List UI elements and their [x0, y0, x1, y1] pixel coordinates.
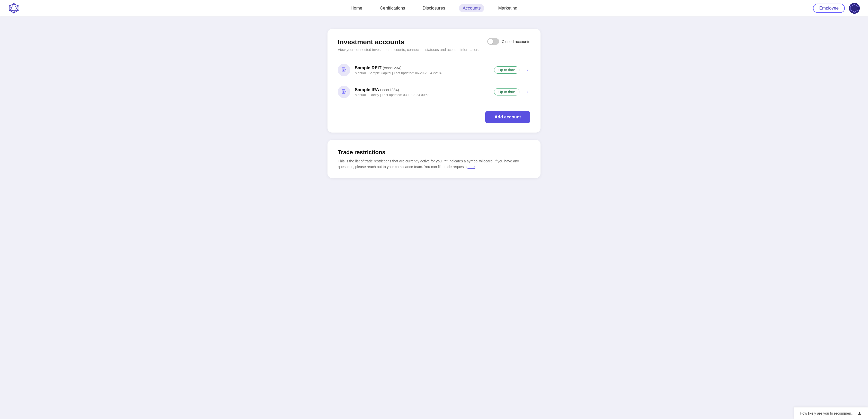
- avatar[interactable]: [849, 3, 860, 13]
- trade-restrictions-description: This is the list of trade restrictions t…: [338, 158, 530, 170]
- account-number-reit: (xxxx1234): [383, 66, 402, 70]
- account-row-ira: Sample IRA (xxxx1234) Manual | Fidelity …: [338, 81, 530, 103]
- arrow-button-ira[interactable]: →: [523, 89, 530, 95]
- nav-home[interactable]: Home: [347, 4, 366, 12]
- account-info-reit: Sample REIT (xxxx1234) Manual | Sample C…: [355, 65, 494, 75]
- card-title: Investment accounts: [338, 38, 479, 46]
- account-actions-reit: Up to date →: [494, 66, 530, 73]
- svg-point-20: [850, 6, 851, 7]
- logo[interactable]: [8, 3, 20, 14]
- survey-text: How likely are you to recommen…: [800, 411, 855, 415]
- nav-certifications[interactable]: Certifications: [376, 4, 408, 12]
- closed-accounts-toggle-track[interactable]: [487, 38, 499, 45]
- account-meta-ira: Manual | Fidelity | Last updated: 03-19-…: [355, 93, 494, 97]
- card-header: Investment accounts View your connected …: [338, 38, 530, 52]
- svg-point-19: [850, 9, 851, 10]
- investment-accounts-card: Investment accounts View your connected …: [328, 29, 540, 132]
- account-name-ira: Sample IRA (xxxx1234): [355, 87, 494, 92]
- account-name-reit: Sample REIT (xxxx1234): [355, 65, 494, 70]
- svg-point-15: [854, 4, 855, 5]
- status-badge-ira: Up to date: [494, 88, 519, 95]
- toggle-thumb: [488, 39, 493, 44]
- account-icon-ira: [338, 86, 350, 98]
- status-badge-reit: Up to date: [494, 66, 519, 73]
- svg-point-16: [858, 6, 859, 7]
- account-info-ira: Sample IRA (xxxx1234) Manual | Fidelity …: [355, 87, 494, 97]
- arrow-button-reit[interactable]: →: [523, 67, 530, 73]
- account-number-ira: (xxxx1234): [380, 88, 399, 92]
- main-content: Investment accounts View your connected …: [323, 17, 545, 190]
- nav-right: Employee: [813, 3, 860, 13]
- account-row: Sample REIT (xxxx1234) Manual | Sample C…: [338, 59, 530, 81]
- nav-accounts[interactable]: Accounts: [459, 4, 484, 12]
- svg-point-17: [858, 9, 859, 10]
- account-meta-reit: Manual | Sample Capital | Last updated: …: [355, 71, 494, 75]
- svg-point-18: [854, 11, 855, 12]
- account-actions-ira: Up to date →: [494, 88, 530, 95]
- add-account-button[interactable]: Add account: [485, 111, 530, 123]
- trade-restrictions-title: Trade restrictions: [338, 149, 530, 156]
- survey-bar: How likely are you to recommen… ▲: [794, 407, 868, 419]
- chevron-up-icon[interactable]: ▲: [857, 411, 862, 416]
- nav-marketing[interactable]: Marketing: [494, 4, 521, 12]
- trade-restrictions-link[interactable]: here: [467, 165, 475, 169]
- closed-accounts-label: Closed accounts: [502, 39, 530, 44]
- closed-accounts-toggle[interactable]: Closed accounts: [487, 38, 530, 45]
- nav-disclosures[interactable]: Disclosures: [419, 4, 449, 12]
- nav-links: Home Certifications Disclosures Accounts…: [347, 4, 521, 12]
- add-account-row: Add account: [338, 111, 530, 123]
- card-subtitle: View your connected investment accounts,…: [338, 48, 479, 52]
- card-header-text: Investment accounts View your connected …: [338, 38, 479, 52]
- trade-restrictions-card: Trade restrictions This is the list of t…: [328, 140, 540, 178]
- navigation: Home Certifications Disclosures Accounts…: [0, 0, 868, 17]
- employee-button[interactable]: Employee: [813, 4, 845, 13]
- account-icon-reit: [338, 64, 350, 76]
